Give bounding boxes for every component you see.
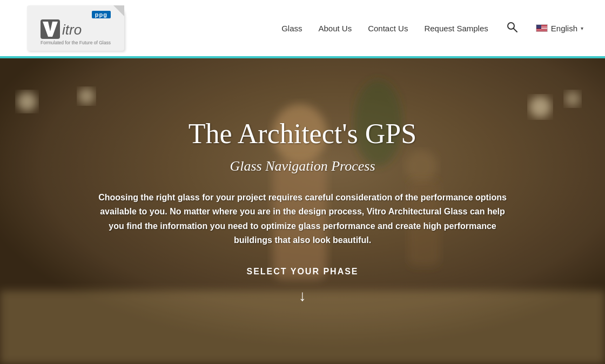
hero-title: The Architect's GPS	[92, 118, 513, 150]
logo-box: ppg itro Formulated for the Future of Gl…	[22, 4, 130, 52]
hero-section: The Architect's GPS Glass Navigation Pro…	[0, 58, 605, 364]
site-header: ppg itro Formulated for the Future of Gl…	[0, 0, 605, 58]
chevron-down-icon: ▾	[581, 25, 583, 31]
hero-subtitle: Glass Navigation Process	[92, 158, 513, 174]
main-nav: Glass About Us Contact Us Request Sample…	[281, 19, 583, 37]
nav-about[interactable]: About Us	[318, 24, 352, 33]
vitro-text: itro	[41, 19, 111, 39]
hero-content: The Architect's GPS Glass Navigation Pro…	[59, 118, 546, 305]
hero-body-text: Choosing the right glass for your projec…	[92, 191, 513, 248]
svg-text:itro: itro	[62, 22, 82, 38]
nav-contact[interactable]: Contact Us	[368, 24, 408, 33]
logo-inner: ppg itro Formulated for the Future of Gl…	[41, 11, 111, 45]
language-selector[interactable]: English ▾	[536, 24, 583, 33]
search-icon	[507, 22, 517, 32]
svg-point-3	[508, 23, 514, 29]
nav-samples[interactable]: Request Samples	[424, 24, 488, 33]
logo-paper: ppg itro Formulated for the Future of Gl…	[27, 5, 124, 51]
scroll-down-arrow[interactable]: ↓	[92, 287, 513, 305]
select-phase-cta[interactable]: SELECT YOUR PHASE	[92, 267, 513, 277]
logo-tagline: Formulated for the Future of Glass	[41, 40, 111, 45]
ppg-badge: ppg	[92, 11, 111, 18]
svg-point-14	[529, 96, 551, 118]
nav-glass[interactable]: Glass	[281, 24, 302, 33]
logo-area[interactable]: ppg itro Formulated for the Future of Gl…	[22, 4, 130, 52]
svg-point-15	[565, 91, 580, 106]
search-button[interactable]	[505, 19, 520, 37]
svg-point-12	[17, 92, 37, 111]
vitro-logo-svg: itro	[41, 19, 111, 39]
language-label: English	[551, 24, 577, 33]
us-flag-icon	[536, 24, 548, 32]
svg-line-4	[514, 29, 517, 32]
svg-point-13	[78, 88, 95, 104]
